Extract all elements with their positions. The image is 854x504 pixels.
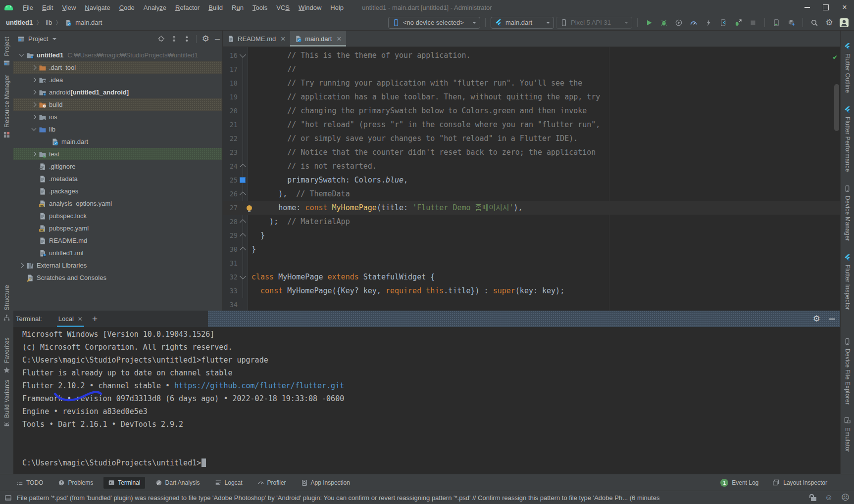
run-button[interactable] [642,16,656,29]
tree-item-Scratches-and-Consoles[interactable]: Scratches and Consoles [13,272,222,284]
sdk-manager-button[interactable] [784,16,799,29]
chevron-closed-icon[interactable] [30,150,38,158]
fold-marker-icon[interactable] [240,233,246,239]
new-terminal-button[interactable]: + [92,314,98,324]
happy-face-icon[interactable]: ☺ [825,494,833,502]
tree-item-README.md[interactable]: README.md [13,234,222,247]
flutter-attach-button[interactable] [731,16,746,29]
tree-item-build[interactable]: build [13,98,222,111]
project-panel-title[interactable]: Project [28,35,48,43]
tool-window-button-profiler[interactable]: Profiler [253,477,291,489]
inspection-ok-icon[interactable]: ✔ [833,50,837,64]
collapse-all-button[interactable] [183,35,191,43]
tree-item-.metadata[interactable]: .metadata [13,173,222,185]
search-button[interactable] [807,16,822,29]
menu-refactor[interactable]: Refactor [171,2,204,13]
color-swatch-icon[interactable] [240,177,246,183]
tool-button-flutter-outline[interactable]: Flutter Outline [844,43,851,93]
gauge-button[interactable] [686,16,701,29]
fold-marker-icon[interactable] [240,51,246,58]
tool-window-button-todo[interactable]: TODO [12,477,48,489]
code-editor[interactable]: ✔ 16 // This is the theme of your applic… [223,47,841,312]
panel-settings-gear-icon[interactable]: ⚙ [202,35,209,43]
tree-item-untitled1.iml[interactable]: untitled1.iml [13,247,222,259]
tree-item-analysis_options.yaml[interactable]: YMLanalysis_options.yaml [13,197,222,210]
tool-button-favorites[interactable]: Favorites [3,337,10,374]
tree-item-test[interactable]: test [13,148,222,160]
tree-item-.gitignore[interactable]: .gitignore [13,160,222,173]
tool-window-button-dart-analysis[interactable]: Dart Analysis [151,477,204,489]
tool-button-flutter-inspector[interactable]: Flutter Inspector [844,254,851,310]
menu-file[interactable]: File [18,2,38,13]
maximize-button[interactable] [816,0,835,15]
tool-button-build-variants[interactable]: Build Variants [3,380,10,429]
fold-marker-icon[interactable] [240,219,246,226]
fold-marker-icon[interactable] [240,191,246,198]
close-tab-icon[interactable]: ✕ [78,316,83,322]
minimize-button[interactable] [798,0,816,15]
tool-window-button-terminal[interactable]: Terminal [103,477,145,489]
minimize-terminal-icon[interactable] [829,319,835,320]
device-selector-combo[interactable]: <no device selected> [388,17,480,29]
flash-button[interactable] [701,16,716,29]
chevron-closed-icon[interactable] [30,76,38,84]
editor-tab-README.md[interactable]: README.md✕ [223,31,290,46]
breadcrumb-item[interactable]: lib [46,19,52,26]
flutter-device-button[interactable] [716,16,731,29]
chevron-open-icon[interactable] [30,126,38,134]
tree-item-ios[interactable]: ios [13,111,222,123]
tool-button-structure[interactable]: Structure [3,285,10,321]
terminal-output[interactable]: Microsoft Windows [Version 10.0.19043.15… [13,327,840,475]
expand-all-button[interactable] [170,35,178,43]
tree-item-untitled1[interactable]: untitled1C:₩Users₩magic₩StudioProjects₩u… [13,49,222,61]
close-tab-icon[interactable]: ✕ [280,35,286,43]
menu-window[interactable]: Window [294,2,326,13]
menu-navigate[interactable]: Navigate [80,2,114,13]
unlock-icon[interactable] [811,497,816,501]
tree-item-.dart_tool[interactable]: .dart_tool [13,61,222,74]
tree-item-.packages[interactable]: .packages [13,185,222,197]
tool-button-flutter-performance[interactable]: Flutter Performance [844,106,851,172]
tool-window-button-layout-inspector[interactable]: Layout Inspector [772,479,827,486]
fold-marker-icon[interactable] [240,164,246,170]
tool-button-resource-manager[interactable]: Resource Manager [3,75,10,138]
tool-button-emulator[interactable]: Emulator [844,416,851,452]
chevron-closed-icon[interactable] [30,89,38,96]
tool-button-project[interactable]: Project [3,37,10,67]
chevron-closed-icon[interactable] [17,262,26,270]
editor-scrollbar[interactable] [834,84,839,131]
menu-build[interactable]: Build [204,2,227,13]
sad-face-icon[interactable]: ☹ [841,494,850,502]
chevron-closed-icon[interactable] [30,113,38,121]
menu-tools[interactable]: Tools [248,2,272,13]
target-device-combo[interactable]: Pixel 5 API 31 [556,17,632,29]
fold-marker-icon[interactable] [240,247,246,253]
tree-item-pubspec.lock[interactable]: pubspec.lock [13,210,222,222]
tree-item-lib[interactable]: lib [13,123,222,136]
debug-button[interactable] [656,16,671,29]
settings-gear-icon[interactable]: ⚙ [822,16,837,29]
terminal-settings-gear-icon[interactable]: ⚙ [813,315,820,323]
run-config-combo[interactable]: main.dart [491,17,554,29]
menu-view[interactable]: View [57,2,80,13]
close-button[interactable]: × [835,0,854,15]
device-manager-button[interactable] [769,16,784,29]
tree-item-External-Libraries[interactable]: External Libraries [13,259,222,272]
menu-edit[interactable]: Edit [38,2,57,13]
status-message[interactable]: File pattern '*.psd' (from 'bundled' plu… [17,494,659,502]
profile-button[interactable] [671,16,686,29]
tool-window-button-logcat[interactable]: Logcat [210,477,247,489]
tree-item-main.dart[interactable]: main.dart [13,136,222,148]
close-tab-icon[interactable]: ✕ [336,35,342,43]
avatar-button[interactable] [837,16,852,29]
hide-panel-button[interactable]: ─ [215,36,220,43]
tree-item-.idea[interactable]: .idea [13,74,222,86]
breadcrumb-item[interactable]: main.dart [75,19,102,26]
tree-item-pubspec.yaml[interactable]: YMLpubspec.yaml [13,222,222,234]
editor-tab-main.dart[interactable]: main.dart✕ [290,31,346,46]
menu-run[interactable]: Run [227,2,248,13]
menu-help[interactable]: Help [326,2,348,13]
locate-file-button[interactable] [157,35,165,43]
tool-button-device-manager[interactable]: Device Manager [844,185,851,241]
breadcrumb-item[interactable]: untitled1 [6,19,33,26]
